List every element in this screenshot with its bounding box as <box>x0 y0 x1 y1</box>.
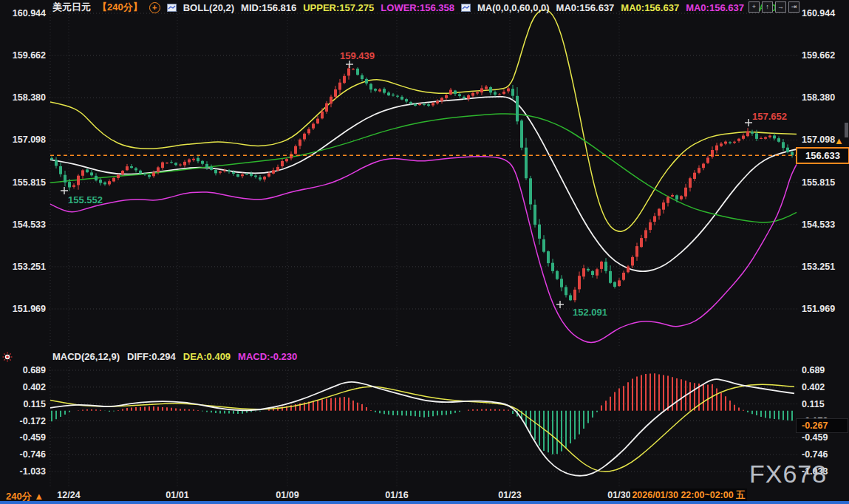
timeframe-text: 240分 <box>6 491 32 502</box>
ma-label: MA(0,0,0,60,0,0) <box>477 2 550 13</box>
macd-label: MACD(26,12,9) <box>52 351 120 362</box>
x-axis-label: 01/16 <box>375 490 419 500</box>
symbol-title: 美元日元 <box>52 1 91 14</box>
price-axis-label: 154.533 <box>802 219 835 230</box>
price-axis-label: 157.098 <box>0 134 46 145</box>
chart-toolbar: +↑→⇥ <box>749 1 799 13</box>
macd-axis-label: -0.746 <box>0 449 46 460</box>
price-axis-label: 158.380 <box>0 92 46 103</box>
boll-mid-value: MID:156.816 <box>241 2 296 13</box>
price-axis-label: 154.533 <box>0 219 46 230</box>
price-annotation: 155.552 <box>68 194 103 205</box>
price-annotation: 159.439 <box>340 50 375 61</box>
ma0-magenta-value: MA0:156.637 <box>686 2 744 13</box>
price-axis-label: 159.662 <box>0 50 46 61</box>
timeframe-up-arrow: ▲ <box>34 491 44 502</box>
price-annotation: 152.091 <box>573 307 607 318</box>
main-indicator-header: 美元日元 【240分】 + BOLL(20,2) MID:156.816 UPP… <box>52 1 780 13</box>
price-axis-label: 159.662 <box>802 50 835 61</box>
macd-axis-label: 0.115 <box>0 399 46 409</box>
price-axis-label: 160.944 <box>0 8 46 18</box>
axis-scrollbar-thumb[interactable] <box>845 123 848 137</box>
timeframe-label[interactable]: 【240分】 <box>98 1 143 14</box>
price-axis-label: 155.815 <box>0 177 46 188</box>
add-indicator-icon[interactable]: + <box>149 2 160 13</box>
macd-bar-value: MACD:-0.230 <box>238 351 297 362</box>
trading-chart-app: 美元日元 【240分】 + BOLL(20,2) MID:156.816 UPP… <box>0 0 849 504</box>
alert-icon[interactable] <box>2 352 13 365</box>
boll-lower-value: LOWER:156.358 <box>381 2 454 13</box>
current-price-box: 156.633 <box>796 147 849 164</box>
macd-indicator-header: MACD(26,12,9) DIFF:0.294 DEA:0.409 MACD:… <box>52 350 297 362</box>
ma0-yellow-value: MA0:156.637 <box>621 2 679 13</box>
macd-axis-label: 0.115 <box>802 399 825 409</box>
price-axis-label: 157.098 <box>802 134 835 145</box>
candlestick-chart[interactable] <box>0 0 849 504</box>
ma0-white-value: MA0:156.637 <box>556 2 615 13</box>
price-axis-label: 158.380 <box>802 92 835 103</box>
price-annotation: 157.652 <box>752 111 787 122</box>
macd-axis-label: 0.689 <box>0 365 46 375</box>
boll-indicator-icon[interactable] <box>167 4 177 12</box>
zoom-vertical-icon[interactable]: ↑ <box>762 1 773 13</box>
price-axis-label: 151.969 <box>802 304 835 314</box>
x-axis-label: 01/01 <box>155 490 200 500</box>
macd-axis-label: -0.459 <box>0 432 46 443</box>
price-axis-label: 153.251 <box>0 262 46 272</box>
macd-axis-label: 0.402 <box>802 382 825 392</box>
macd-axis-label: -0.746 <box>802 449 828 460</box>
macd-axis-label: -0.172 <box>0 416 46 426</box>
macd-axis-label: 0.402 <box>0 382 46 392</box>
x-axis-label: 12/24 <box>47 490 91 500</box>
price-axis-label: 155.815 <box>802 177 835 188</box>
price-axis-label: 151.969 <box>0 304 46 314</box>
macd-dea-value: DEA:0.409 <box>183 351 231 362</box>
pan-icon[interactable]: + <box>749 1 760 13</box>
macd-axis-label: 0.689 <box>802 365 825 375</box>
macd-axis-label: -1.033 <box>0 466 46 477</box>
price-axis-label: 153.251 <box>802 262 835 272</box>
boll-upper-value: UPPER:157.275 <box>303 2 374 13</box>
x-axis-label: 01/09 <box>265 490 310 500</box>
macd-diff-value: DIFF:0.294 <box>127 351 176 362</box>
boll-label: BOLL(20,2) <box>183 2 234 13</box>
ma-indicator-icon[interactable] <box>461 4 471 12</box>
macd-axis-label: -0.459 <box>802 432 828 443</box>
x-axis-label: 01/23 <box>488 490 532 500</box>
price-up-arrow-icon: ▲ <box>834 135 844 146</box>
watermark: FX678 <box>749 460 827 488</box>
bottom-blue-bar <box>0 501 849 504</box>
zoom-horizontal-icon[interactable]: → <box>775 1 786 13</box>
shift-right-icon[interactable]: ⇥ <box>788 1 799 13</box>
price-axis-label: 160.944 <box>802 8 835 18</box>
macd-current-value-box: -0.267 <box>796 418 848 433</box>
